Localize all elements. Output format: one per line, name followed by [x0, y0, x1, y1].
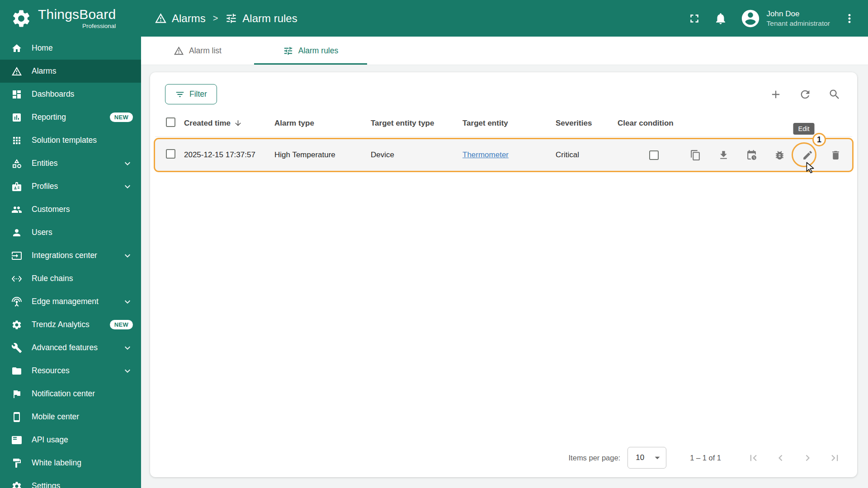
previous-page-button[interactable]: [774, 452, 787, 464]
next-page-button[interactable]: [802, 452, 814, 464]
filter-button[interactable]: Filter: [165, 84, 217, 104]
filter-icon: [175, 89, 185, 99]
sidebar-item-label: Users: [32, 228, 52, 237]
sidebar-item-label: Trendz Analytics: [32, 320, 90, 329]
column-header-target-entity[interactable]: Target entity: [462, 119, 556, 128]
copy-button[interactable]: [690, 150, 701, 161]
sidebar-item-settings[interactable]: Settings: [0, 474, 141, 488]
sidebar-item-white-labeling[interactable]: White labeling: [0, 451, 141, 474]
breadcrumb-alarm-rules-label: Alarm rules: [242, 12, 297, 25]
chevron-down-icon: [122, 250, 133, 261]
sidebar-item-resources[interactable]: Resources: [0, 359, 141, 382]
app-edition: Professional: [82, 23, 116, 29]
table-header-row: Created time Alarm type Target entity ty…: [155, 110, 852, 137]
sidebar-item-mobile-center[interactable]: Mobile center: [0, 405, 141, 428]
folder-icon: [11, 366, 22, 376]
edit-button[interactable]: [802, 150, 813, 161]
sidebar-item-reporting[interactable]: ReportingNEW: [0, 106, 141, 129]
api-list-icon: [11, 435, 22, 446]
dashboards-icon: [11, 89, 22, 100]
column-label: Clear condition: [618, 119, 674, 127]
sidebar-item-users[interactable]: Users: [0, 221, 141, 244]
download-button[interactable]: [718, 150, 729, 161]
sidebar-item-notification-center[interactable]: Notification center: [0, 382, 141, 405]
select-all-checkbox[interactable]: [166, 117, 175, 127]
tab-alarm-rules[interactable]: Alarm rules: [254, 37, 367, 65]
paint-icon: [11, 458, 22, 469]
sidebar-item-solution-templates[interactable]: Solution templates: [0, 129, 141, 152]
sidebar-item-entities[interactable]: Entities: [0, 152, 141, 175]
add-icon: [769, 88, 782, 101]
top-header: ThingsBoard Professional Alarms > Alarm …: [0, 0, 868, 37]
delete-button[interactable]: [830, 150, 841, 161]
column-label: Target entity: [462, 119, 508, 127]
logo-text: ThingsBoard Professional: [38, 7, 116, 29]
sidebar-item-trendz-analytics[interactable]: Trendz AnalyticsNEW: [0, 313, 141, 336]
warning-icon: [11, 66, 22, 77]
column-header-target-entity-type[interactable]: Target entity type: [371, 119, 462, 128]
content-area: Filter Created time Alarm type: [141, 65, 868, 488]
debug-button[interactable]: [774, 150, 785, 161]
first-page-icon: [747, 452, 760, 464]
chart-icon: [11, 112, 22, 123]
sidebar-item-label: White labeling: [32, 458, 81, 468]
column-header-created-time[interactable]: Created time: [184, 119, 274, 128]
refresh-icon: [799, 88, 811, 101]
tune-icon: [225, 12, 237, 24]
sidebar-item-label: Advanced features: [32, 343, 98, 352]
sidebar-item-label: Dashboards: [32, 89, 74, 99]
edit-tooltip: Edit: [793, 123, 815, 135]
sidebar-item-api-usage[interactable]: API usage: [0, 428, 141, 451]
user-name: John Doe: [767, 9, 830, 19]
add-alarm-rule-button[interactable]: [769, 88, 782, 101]
trendz-gear-icon: [11, 319, 22, 330]
created-time-cell: 2025-12-15 17:37:57: [184, 150, 274, 160]
sidebar-item-rule-chains[interactable]: Rule chains: [0, 267, 141, 290]
breadcrumb-alarm-rules[interactable]: Alarm rules: [225, 12, 297, 25]
paginator: Items per page: 10 1 – 1 of 1: [150, 438, 857, 477]
settings-ethernet-icon: [11, 273, 22, 284]
notifications-bell-icon: [714, 12, 727, 25]
sidebar-item-alarms[interactable]: Alarms: [0, 60, 141, 83]
notifications-button[interactable]: [714, 12, 727, 25]
sidebar-item-customers[interactable]: Customers: [0, 198, 141, 221]
row-checkbox[interactable]: [166, 149, 175, 159]
clear-condition-checkbox[interactable]: [649, 150, 659, 160]
smartphone-icon: [11, 412, 22, 422]
app-logo[interactable]: ThingsBoard Professional: [11, 7, 141, 29]
target-entity-link[interactable]: Thermometer: [462, 150, 509, 159]
search-button[interactable]: [828, 88, 841, 101]
sidebar-item-home[interactable]: Home: [0, 37, 141, 60]
breadcrumb-alarms[interactable]: Alarms: [155, 12, 206, 25]
sidebar-item-integrations-center[interactable]: Integrations center: [0, 244, 141, 267]
sidebar-item-label: Settings: [32, 481, 60, 488]
sidebar-item-edge-management[interactable]: Edge management: [0, 290, 141, 313]
more-menu-button[interactable]: [843, 12, 856, 25]
sidebar-item-dashboards[interactable]: Dashboards: [0, 83, 141, 106]
tune-icon: [283, 46, 293, 56]
table-row[interactable]: 2025-12-15 17:37:57 High Temperature Dev…: [155, 139, 852, 171]
sidebar-item-profiles[interactable]: Profiles: [0, 175, 141, 198]
last-page-button[interactable]: [829, 452, 841, 464]
alarm-rules-card: Filter Created time Alarm type: [150, 72, 857, 477]
column-header-severities[interactable]: Severities: [556, 119, 618, 128]
person-icon: [11, 227, 22, 238]
refresh-button[interactable]: [799, 88, 811, 101]
user-menu[interactable]: John Doe Tenant administrator: [740, 8, 830, 29]
column-header-clear-condition[interactable]: Clear condition: [618, 119, 690, 128]
topbar-actions: John Doe Tenant administrator: [688, 8, 856, 29]
sidebar-item-label: Customers: [32, 205, 70, 214]
sidebar-item-advanced-features[interactable]: Advanced features: [0, 336, 141, 359]
page-size-select[interactable]: 10: [627, 447, 666, 469]
fullscreen-button[interactable]: [688, 12, 701, 25]
sidebar-item-label: Entities: [32, 159, 57, 168]
warning-icon: [155, 12, 167, 24]
edit-pencil-icon: [802, 150, 813, 161]
more-vert-icon: [843, 12, 856, 25]
column-header-alarm-type[interactable]: Alarm type: [274, 119, 371, 128]
first-page-button[interactable]: [747, 452, 760, 464]
tab-alarm-list[interactable]: Alarm list: [141, 37, 254, 65]
paginator-nav: [747, 452, 841, 464]
export-schedule-button[interactable]: [746, 150, 757, 161]
home-icon: [11, 43, 22, 54]
